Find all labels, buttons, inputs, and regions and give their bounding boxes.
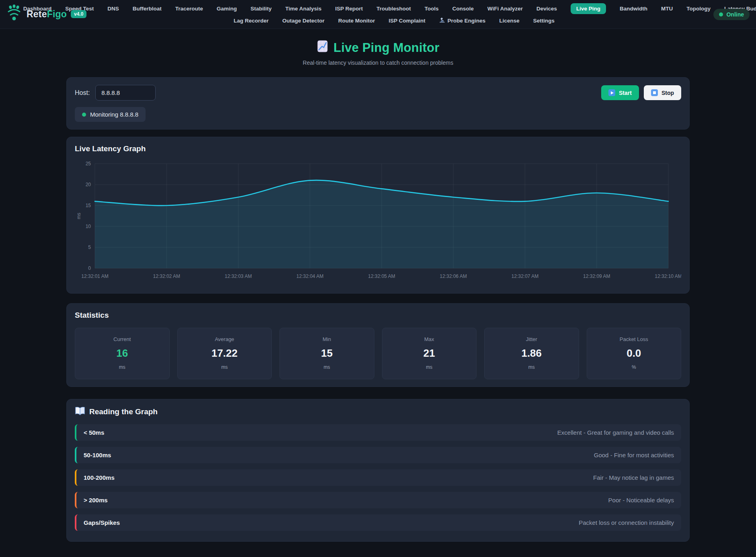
stat-unit: % (591, 364, 677, 370)
nav-item-devices[interactable]: Devices (536, 6, 557, 12)
nav-item-label: Topology (686, 6, 711, 12)
version-badge: v4.0 (71, 10, 86, 18)
nav-item-probe-engines[interactable]: Probe Engines (439, 17, 486, 24)
nav-item-time-analysis[interactable]: Time Analysis (286, 6, 322, 12)
statistics-title: Statistics (75, 311, 681, 320)
guide-row-50-100ms: 50-100msGood - Fine for most activities (75, 447, 681, 463)
nav-item-stability[interactable]: Stability (251, 6, 272, 12)
nav-item-isp-report[interactable]: ISP Report (335, 6, 363, 12)
stat-card-min: Min15ms (279, 328, 374, 379)
stat-card-packet-loss: Packet Loss0.0% (587, 328, 682, 379)
svg-text:12:32:03 AM: 12:32:03 AM (225, 273, 252, 279)
stat-value: 0.0 (591, 347, 677, 360)
stat-unit: ms (284, 364, 370, 370)
nav-item-route-monitor[interactable]: Route Monitor (338, 18, 375, 24)
guide-row-gaps-spikes: Gaps/SpikesPacket loss or connection ins… (75, 514, 681, 531)
nav-item-troubleshoot[interactable]: Troubleshoot (376, 6, 411, 12)
nav-item-label: ISP Report (335, 6, 363, 12)
nav-item-label: WiFi Analyzer (487, 6, 523, 12)
nav-item-traceroute[interactable]: Traceroute (175, 6, 203, 12)
stat-value: 15 (284, 347, 370, 360)
stat-value: 16 (79, 347, 165, 360)
guide-row-50ms: < 50msExcellent - Great for gaming and v… (75, 424, 681, 441)
svg-text:10: 10 (86, 224, 91, 229)
svg-text:5: 5 (88, 245, 91, 250)
nav-item-dns[interactable]: DNS (107, 6, 119, 12)
nav-item-tools[interactable]: Tools (425, 6, 439, 12)
stat-value: 17.22 (182, 347, 268, 360)
stat-unit: ms (79, 364, 165, 370)
svg-text:12:32:10 AM: 12:32:10 AM (655, 273, 681, 279)
reading-guide-card: Reading the Graph < 50msExcellent - Grea… (66, 399, 690, 542)
brand-logo[interactable]: ReteFigo v4.0 (6, 4, 86, 24)
stop-button-label: Stop (662, 90, 674, 96)
nav-item-console[interactable]: Console (452, 6, 474, 12)
latency-chart-svg: 051015202512:32:01 AM12:32:02 AM12:32:03… (75, 159, 681, 284)
stat-label: Packet Loss (591, 336, 677, 342)
stat-unit: ms (489, 364, 575, 370)
guide-description: Packet loss or connection instability (579, 519, 674, 526)
guide-description: Good - Fine for most activities (594, 452, 674, 458)
nav-item-label: Lag Recorder (234, 18, 269, 24)
nav-item-isp-complaint[interactable]: ISP Complaint (389, 18, 425, 24)
monitoring-status-text: Monitoring 8.8.8.8 (90, 111, 138, 118)
stat-value: 21 (386, 347, 473, 360)
nav-item-label: Console (452, 6, 474, 12)
online-dot (719, 12, 723, 16)
statistics-card: Statistics Current16msAverage17.22msMin1… (66, 303, 690, 387)
svg-text:12:32:09 AM: 12:32:09 AM (583, 273, 610, 279)
nav-item-gaming[interactable]: Gaming (217, 6, 237, 12)
stat-card-current: Current16ms (75, 328, 170, 379)
online-label: Online (726, 11, 744, 18)
stat-card-average: Average17.22ms (177, 328, 272, 379)
nav-item-license[interactable]: License (499, 18, 519, 24)
stat-unit: ms (386, 364, 473, 370)
nav-item-bufferbloat[interactable]: Bufferbloat (133, 6, 162, 12)
chart-increasing-icon (316, 40, 329, 55)
nav-item-topology[interactable]: Topology (686, 6, 711, 12)
nav-item-label: Devices (536, 6, 557, 12)
page-title-text: Live Ping Monitor (333, 41, 439, 55)
nav-item-label: Bufferbloat (133, 6, 162, 12)
svg-text:12:32:05 AM: 12:32:05 AM (368, 273, 395, 279)
start-button-label: Start (619, 90, 632, 96)
nav-item-label: Tools (425, 6, 439, 12)
host-label: Host: (75, 89, 90, 97)
nav-item-label: Bandwidth (620, 6, 647, 12)
nav-item-outage-detector[interactable]: Outage Detector (282, 18, 325, 24)
stats-grid: Current16msAverage17.22msMin15msMax21msJ… (75, 328, 681, 379)
host-input[interactable] (95, 85, 156, 101)
stat-card-max: Max21ms (382, 328, 477, 379)
host-controls-card: Host: Start Stop Monitoring 8.8.8.8 (66, 77, 690, 129)
guide-range-label: Gaps/Spikes (84, 519, 120, 526)
page-header: Live Ping Monitor Real-time latency visu… (0, 29, 756, 66)
nav-row-secondary: Lag RecorderOutage DetectorRoute Monitor… (92, 14, 696, 27)
nav-item-mtu[interactable]: MTU (661, 6, 673, 12)
nav-item-label: Probe Engines (448, 18, 486, 24)
nav-row-primary: DashboardSpeed TestDNSBufferbloatTracero… (92, 2, 696, 14)
guide-range-label: 100-200ms (84, 474, 115, 481)
nav-item-settings[interactable]: Settings (533, 18, 555, 24)
svg-text:15: 15 (86, 203, 91, 208)
nav-item-label: Gaming (217, 6, 237, 12)
start-button[interactable]: Start (601, 85, 639, 100)
nav-item-lag-recorder[interactable]: Lag Recorder (234, 18, 269, 24)
guide-description: Poor - Noticeable delays (608, 497, 674, 504)
monitoring-status-badge: Monitoring 8.8.8.8 (75, 107, 146, 122)
nav-item-wifi-analyzer[interactable]: WiFi Analyzer (487, 6, 523, 12)
status-badge-online: Online (713, 9, 750, 20)
guide-range-label: < 50ms (84, 429, 104, 436)
nav-item-label: Troubleshoot (376, 6, 411, 12)
reading-guide-title: Reading the Graph (89, 407, 158, 416)
stop-button[interactable]: Stop (644, 85, 681, 100)
svg-text:12:32:06 AM: 12:32:06 AM (440, 273, 467, 279)
nav-item-label: Outage Detector (282, 18, 325, 24)
top-nav-bar: ReteFigo v4.0 DashboardSpeed TestDNSBuff… (0, 0, 756, 29)
nav-item-live-ping[interactable]: Live Ping (571, 3, 606, 14)
stat-value: 1.86 (489, 347, 575, 360)
nav-item-bandwidth[interactable]: Bandwidth (620, 6, 647, 12)
svg-text:12:32:02 AM: 12:32:02 AM (153, 273, 180, 279)
stop-icon (651, 89, 658, 96)
stat-label: Max (386, 336, 473, 342)
stat-label: Current (79, 336, 165, 342)
